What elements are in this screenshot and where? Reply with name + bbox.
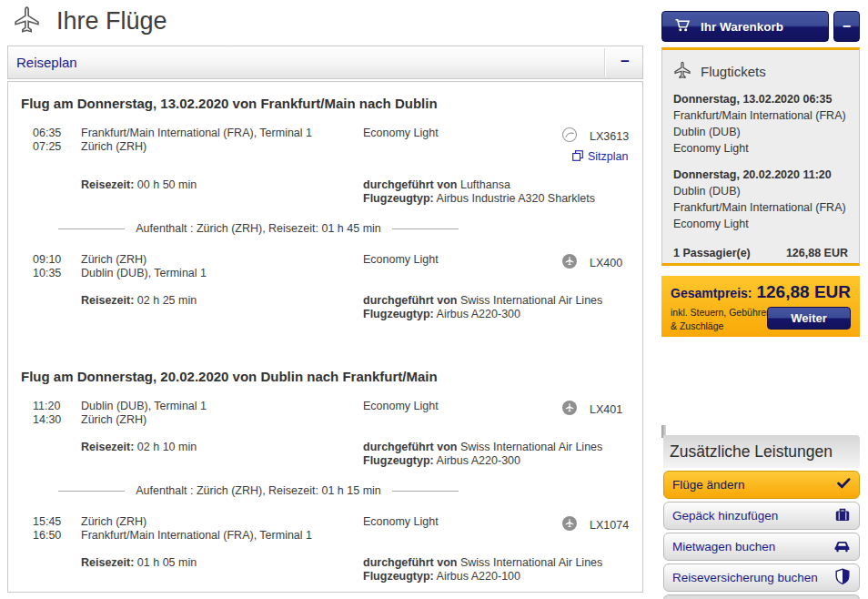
minus-icon: −	[843, 18, 851, 35]
segment-detail-row: Reisezeit: 00 h 50 min durchgeführt von …	[33, 178, 633, 206]
arrival-time: 10:35	[33, 267, 81, 280]
flight-heading: Flug am Donnerstag, 13.02.2020 von Frank…	[21, 96, 630, 111]
continue-button[interactable]: Weiter	[767, 307, 851, 330]
swiss-airline-icon	[561, 400, 578, 420]
departure-airport: Zürich (ZRH)	[81, 253, 363, 267]
divider-line	[392, 491, 459, 492]
trip-date: Donnerstag, 13.02.2020 06:35	[673, 91, 848, 107]
arrival-time: 14:30	[33, 413, 81, 427]
arrival-airport: Dublin (DUB), Terminal 1	[81, 267, 363, 280]
book-rental-car-label: Mietwagen buchen	[672, 540, 775, 553]
stopover-divider: Aufenthalt : Zürich (ZRH), Reisezeit: 01…	[58, 222, 459, 235]
total-price-label: Gesamtpreis:	[671, 286, 752, 300]
divider-line	[58, 491, 125, 492]
seatmap-icon	[572, 150, 583, 165]
airplane-icon	[13, 5, 41, 37]
book-rental-car-button[interactable]: Mietwagen buchen	[663, 533, 860, 561]
segment-times: 11:20 14:30	[33, 400, 81, 426]
operating-info: durchgeführt von Swiss International Air…	[363, 441, 633, 468]
travel-time: Reisezeit: 02 h 25 min	[81, 294, 363, 321]
stopover-text: Aufenthalt : Zürich (ZRH), Reisezeit: 01…	[136, 222, 381, 235]
cabin-class: Economy Light	[363, 253, 561, 279]
arrival-time: 16:50	[33, 529, 81, 543]
trip-from: Frankfurt/Main International (FRA)	[673, 107, 848, 124]
seatmap-label: Sitzplan	[588, 150, 628, 164]
suitcase-icon	[834, 507, 851, 525]
shopping-cart-icon	[674, 18, 691, 35]
trip-cabin: Economy Light	[673, 140, 848, 157]
collapse-itinerary-button[interactable]: −	[621, 53, 630, 71]
arrival-time: 07:25	[33, 140, 81, 154]
cart-button[interactable]: Ihr Warenkorb	[661, 11, 829, 42]
page-title: Ihre Flüge	[13, 5, 167, 37]
total-price-note: inkl. Steuern, Gebühren & Zuschläge	[671, 306, 772, 333]
change-flights-button[interactable]: Flüge ändern	[663, 471, 860, 499]
add-baggage-button[interactable]: Gepäck hinzufügen	[663, 502, 860, 530]
flight-number-cell: LX1074	[561, 515, 633, 542]
flight-number-cell: LX401	[561, 400, 633, 426]
cart-trip-summary: Donnerstag, 20.02.2020 11:20 Dublin (DUB…	[673, 167, 848, 232]
departure-time: 09:10	[33, 253, 81, 267]
flight-tickets-title: Flugtickets	[701, 64, 766, 79]
travel-time: Reisezeit: 02 h 10 min	[81, 441, 363, 468]
segment-times: 09:10 10:35	[33, 253, 81, 279]
trip-from: Dublin (DUB)	[673, 183, 848, 199]
next-service-item-partial[interactable]	[663, 594, 860, 599]
additional-services-title: Zusätzliche Leistungen	[663, 435, 860, 468]
flight-tickets-panel: Flugtickets Donnerstag, 13.02.2020 06:35…	[661, 47, 860, 266]
cart-trip-summary: Donnerstag, 13.02.2020 06:35 Frankfurt/M…	[673, 91, 848, 157]
segment-row: 11:20 14:30 Dublin (DUB), Terminal 1 Zür…	[33, 400, 633, 426]
shield-icon	[834, 568, 851, 587]
swiss-airline-icon	[561, 253, 578, 273]
departure-airport: Zürich (ZRH)	[81, 515, 363, 529]
trip-cabin: Economy Light	[673, 216, 848, 232]
change-flights-label: Flüge ändern	[672, 478, 745, 492]
operating-info: durchgeführt von Swiss International Air…	[363, 556, 633, 584]
segment-detail-row: Reisezeit: 01 h 05 min durchgeführt von …	[33, 556, 633, 584]
car-icon	[833, 538, 851, 555]
arrival-airport: Zürich (ZRH)	[81, 140, 363, 154]
collapse-cart-button[interactable]: −	[833, 11, 860, 42]
swiss-airline-icon	[561, 515, 578, 535]
arrival-airport: Frankfurt/Main International (FRA), Term…	[81, 529, 363, 543]
cart-total-price: 126,88 EUR	[786, 247, 848, 259]
itinerary-panel-body: Flug am Donnerstag, 13.02.2020 von Frank…	[7, 81, 643, 593]
segment-airports: Zürich (ZRH) Frankfurt/Main Internationa…	[81, 515, 363, 542]
departure-time: 15:45	[33, 515, 81, 529]
flight-tickets-header: Flugtickets	[673, 61, 848, 82]
travel-time: Reisezeit: 00 h 50 min	[81, 178, 363, 206]
departure-time: 11:20	[33, 400, 81, 413]
operating-info: durchgeführt von Lufthansa Flugzeugtyp: …	[363, 178, 633, 206]
trip-to: Frankfurt/Main International (FRA)	[673, 199, 848, 216]
trip-to: Dublin (DUB)	[673, 124, 848, 140]
header-separator	[604, 48, 606, 76]
departure-airport: Dublin (DUB), Terminal 1	[81, 400, 363, 413]
passenger-price-row: 1 Passagier(e) 126,88 EUR	[673, 247, 848, 259]
flight-number: LX3613	[590, 130, 629, 144]
passenger-count: 1 Passagier(e)	[673, 247, 751, 259]
segment-detail-row: Reisezeit: 02 h 10 min durchgeführt von …	[33, 441, 633, 468]
trip-date: Donnerstag, 20.02.2020 11:20	[673, 167, 848, 183]
segment-airports: Zürich (ZRH) Dublin (DUB), Terminal 1	[81, 253, 363, 279]
itinerary-panel-header[interactable]: Reiseplan −	[7, 46, 643, 79]
departure-time: 06:35	[33, 127, 81, 140]
segment-row: 09:10 10:35 Zürich (ZRH) Dublin (DUB), T…	[33, 253, 633, 279]
flight-number: LX400	[590, 257, 622, 270]
cabin-class: Economy Light	[363, 400, 561, 426]
page-title-text: Ihre Flüge	[56, 7, 167, 36]
flight-heading: Flug am Donnerstag, 20.02.2020 von Dubli…	[21, 369, 630, 384]
cart-button-label: Ihr Warenkorb	[701, 20, 783, 34]
cabin-class: Economy Light	[363, 127, 561, 164]
seatmap-link[interactable]: Sitzplan	[572, 150, 628, 165]
check-icon	[837, 478, 851, 492]
flight-number-cell: LX3613 Sitzplan	[561, 127, 633, 164]
lufthansa-crane-icon	[561, 127, 578, 147]
arrival-airport: Zürich (ZRH)	[81, 413, 363, 427]
book-travel-insurance-button[interactable]: Reiseversicherung buchen	[663, 563, 860, 592]
flight-number-cell: LX400	[561, 253, 633, 279]
segment-detail-row: Reisezeit: 02 h 25 min durchgeführt von …	[33, 294, 633, 321]
cabin-class: Economy Light	[363, 515, 561, 542]
book-travel-insurance-label: Reiseversicherung buchen	[672, 571, 818, 584]
segment-times: 15:45 16:50	[33, 515, 81, 542]
segment-times: 06:35 07:25	[33, 127, 81, 164]
